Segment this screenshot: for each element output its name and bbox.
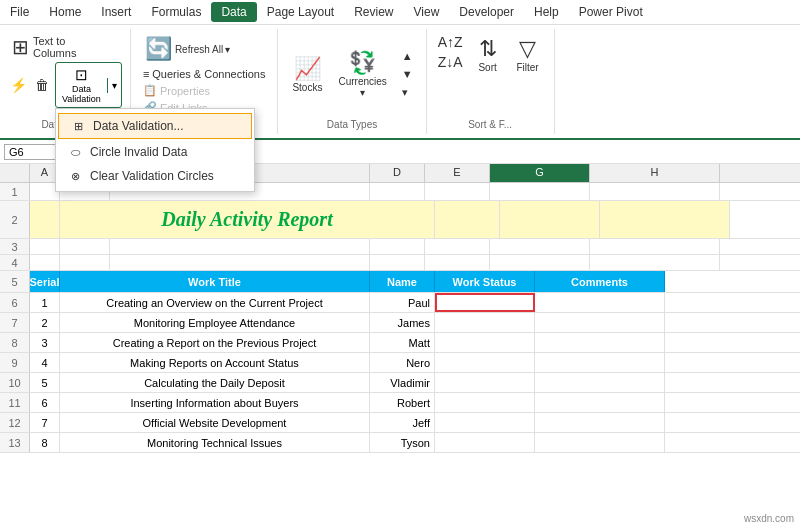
cell-g9[interactable] bbox=[435, 353, 535, 372]
cell-e7[interactable]: James bbox=[370, 313, 435, 332]
cell-e4[interactable] bbox=[425, 255, 490, 270]
menu-home[interactable]: Home bbox=[39, 2, 91, 22]
cell-c12[interactable]: Official Website Development bbox=[60, 413, 370, 432]
cell-b11[interactable]: 6 bbox=[30, 393, 60, 412]
cell-c8[interactable]: Creating a Report on the Previous Projec… bbox=[60, 333, 370, 352]
menu-page-layout[interactable]: Page Layout bbox=[257, 2, 344, 22]
cell-h13[interactable] bbox=[535, 433, 665, 452]
cell-h2[interactable] bbox=[600, 201, 730, 238]
col-header-g[interactable]: G bbox=[490, 164, 590, 182]
sort-za-btn[interactable]: Z↓A bbox=[435, 53, 466, 71]
cell-e12[interactable]: Jeff bbox=[370, 413, 435, 432]
datatype-down-btn[interactable]: ▼ bbox=[397, 66, 418, 82]
cell-a4[interactable] bbox=[30, 255, 60, 270]
stocks-btn[interactable]: 📈 Stocks bbox=[286, 53, 328, 96]
refresh-all-btn[interactable]: 🔄 Refresh All ▾ bbox=[139, 33, 236, 65]
cell-comments-header[interactable]: Comments bbox=[535, 271, 665, 292]
col-header-d[interactable]: D bbox=[370, 164, 425, 182]
cell-e1[interactable] bbox=[425, 183, 490, 200]
cell-serial-header[interactable]: Serial bbox=[30, 271, 60, 292]
dropdown-item-clear-circles[interactable]: ⊗ Clear Validation Circles bbox=[56, 164, 254, 188]
cell-h8[interactable] bbox=[535, 333, 665, 352]
menu-help[interactable]: Help bbox=[524, 2, 569, 22]
cell-h6[interactable] bbox=[535, 293, 665, 312]
data-validation-arrow[interactable]: ▾ bbox=[107, 78, 121, 93]
queries-connections-btn[interactable]: ≡ Queries & Connections bbox=[139, 67, 270, 81]
cell-c11[interactable]: Inserting Information about Buyers bbox=[60, 393, 370, 412]
cell-a2[interactable] bbox=[30, 201, 60, 238]
cell-workstatus-header[interactable]: Work Status bbox=[435, 271, 535, 292]
data-validation-btn[interactable]: ⊡ Data Validation ▾ bbox=[55, 62, 122, 108]
cell-d3[interactable] bbox=[370, 239, 425, 254]
cell-h10[interactable] bbox=[535, 373, 665, 392]
cell-c9[interactable]: Making Reports on Account Status bbox=[60, 353, 370, 372]
properties-btn[interactable]: 📋 Properties bbox=[139, 83, 270, 98]
cell-d4[interactable] bbox=[370, 255, 425, 270]
filter-btn[interactable]: ▽ Filter bbox=[510, 33, 546, 76]
col-header-e[interactable]: E bbox=[425, 164, 490, 182]
cell-c6[interactable]: Creating an Overview on the Current Proj… bbox=[60, 293, 370, 312]
cell-e10[interactable]: Vladimir bbox=[370, 373, 435, 392]
cell-h1[interactable] bbox=[590, 183, 720, 200]
datatype-up-btn[interactable]: ▲ bbox=[397, 48, 418, 64]
dropdown-item-circle-invalid[interactable]: ⬭ Circle Invalid Data bbox=[56, 140, 254, 164]
cell-g3[interactable] bbox=[490, 239, 590, 254]
menu-formulas[interactable]: Formulas bbox=[141, 2, 211, 22]
dropdown-item-data-validation[interactable]: ⊞ Data Validation... bbox=[58, 113, 252, 139]
cell-b3[interactable] bbox=[60, 239, 110, 254]
cell-e9[interactable]: Nero bbox=[370, 353, 435, 372]
cell-name-header[interactable]: Name bbox=[370, 271, 435, 292]
cell-a3[interactable] bbox=[30, 239, 60, 254]
cell-e11[interactable]: Robert bbox=[370, 393, 435, 412]
menu-file[interactable]: File bbox=[0, 2, 39, 22]
cell-b12[interactable]: 7 bbox=[30, 413, 60, 432]
text-to-columns-btn[interactable]: ⊞ Text toColumns bbox=[8, 33, 80, 61]
cell-c13[interactable]: Monitoring Technical Issues bbox=[60, 433, 370, 452]
cell-g12[interactable] bbox=[435, 413, 535, 432]
cell-g10[interactable] bbox=[435, 373, 535, 392]
sort-btn[interactable]: ⇅ Sort bbox=[470, 33, 506, 76]
cell-e13[interactable]: Tyson bbox=[370, 433, 435, 452]
datatype-more-btn[interactable]: ▾ bbox=[397, 84, 418, 101]
menu-insert[interactable]: Insert bbox=[91, 2, 141, 22]
cell-g11[interactable] bbox=[435, 393, 535, 412]
cell-e2[interactable] bbox=[435, 201, 500, 238]
cell-c10[interactable]: Calculating the Daily Deposit bbox=[60, 373, 370, 392]
cell-b4[interactable] bbox=[60, 255, 110, 270]
remove-duplicates-btn[interactable]: 🗑 bbox=[32, 75, 52, 95]
menu-data[interactable]: Data bbox=[211, 2, 256, 22]
menu-power-pivot[interactable]: Power Pivot bbox=[569, 2, 653, 22]
cell-b13[interactable]: 8 bbox=[30, 433, 60, 452]
currencies-btn[interactable]: 💱 Currencies ▾ bbox=[332, 47, 392, 101]
cell-h3[interactable] bbox=[590, 239, 720, 254]
cell-b8[interactable]: 3 bbox=[30, 333, 60, 352]
cell-worktitle-header[interactable]: Work Title bbox=[60, 271, 370, 292]
cell-g4[interactable] bbox=[490, 255, 590, 270]
cell-bc2[interactable]: Daily Activity Report bbox=[60, 201, 435, 238]
sort-az-btn[interactable]: A↑Z bbox=[435, 33, 466, 51]
cell-c3[interactable] bbox=[110, 239, 370, 254]
cell-b9[interactable]: 4 bbox=[30, 353, 60, 372]
menu-developer[interactable]: Developer bbox=[449, 2, 524, 22]
cell-h7[interactable] bbox=[535, 313, 665, 332]
cell-b7[interactable]: 2 bbox=[30, 313, 60, 332]
cell-g8[interactable] bbox=[435, 333, 535, 352]
cell-e8[interactable]: Matt bbox=[370, 333, 435, 352]
menu-review[interactable]: Review bbox=[344, 2, 403, 22]
cell-d1[interactable] bbox=[370, 183, 425, 200]
cell-b10[interactable]: 5 bbox=[30, 373, 60, 392]
cell-h9[interactable] bbox=[535, 353, 665, 372]
cell-g2[interactable] bbox=[500, 201, 600, 238]
cell-c7[interactable]: Monitoring Employee Attendance bbox=[60, 313, 370, 332]
cell-b6[interactable]: 1 bbox=[30, 293, 60, 312]
cell-e6[interactable]: Paul bbox=[370, 293, 435, 312]
cell-g13[interactable] bbox=[435, 433, 535, 452]
col-header-h[interactable]: H bbox=[590, 164, 720, 182]
cell-h11[interactable] bbox=[535, 393, 665, 412]
cell-c4[interactable] bbox=[110, 255, 370, 270]
cell-e3[interactable] bbox=[425, 239, 490, 254]
menu-view[interactable]: View bbox=[404, 2, 450, 22]
cell-h12[interactable] bbox=[535, 413, 665, 432]
cell-g7[interactable] bbox=[435, 313, 535, 332]
cell-g6[interactable] bbox=[435, 293, 535, 312]
